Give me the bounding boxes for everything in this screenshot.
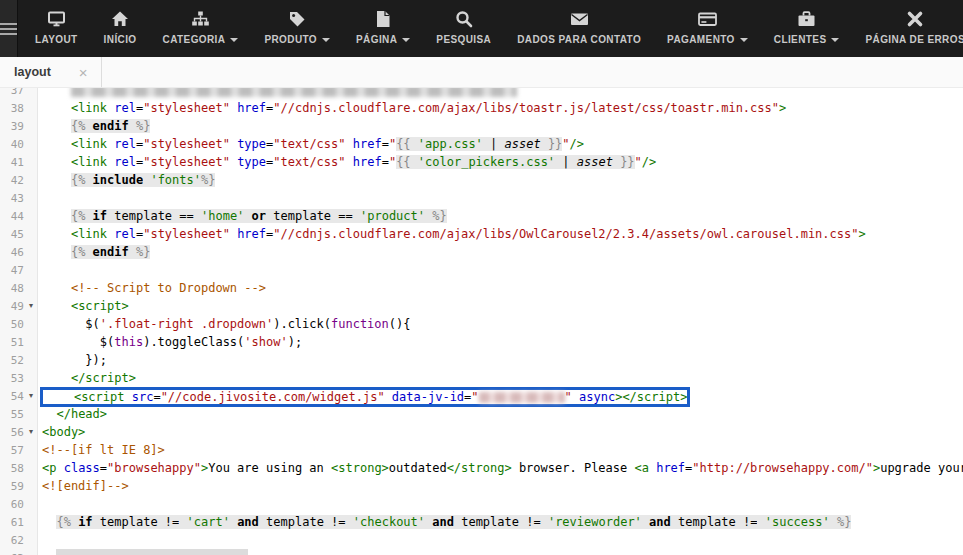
code-line-48[interactable]: 48 <!-- Script to Dropdown -->	[0, 279, 963, 297]
code-line-38[interactable]: 38 <link rel="stylesheet" href="//cdnjs.…	[0, 99, 963, 117]
code-token: <!--[if lt IE 8]>	[42, 443, 165, 457]
line-number: 45	[0, 228, 25, 241]
code-token: "stylesheet"	[143, 101, 230, 115]
code-line-59[interactable]: 59<![endif]-->	[0, 477, 963, 495]
nav-item-pagina-de-erros[interactable]: PÁGINA DE ERROS	[852, 0, 963, 57]
nav-item-pesquisa[interactable]: PESQUISA	[423, 0, 504, 57]
line-number: 63	[0, 552, 25, 555]
code-line-55[interactable]: 55 </head>	[0, 405, 963, 423]
tab-close-icon[interactable]: ×	[79, 65, 88, 80]
code-token	[42, 515, 56, 529]
gutter: 48	[0, 279, 38, 297]
code-line-57[interactable]: 57<!--[if lt IE 8]>	[0, 441, 963, 459]
fold-arrow-icon[interactable]: ▾	[25, 392, 37, 400]
code-token: <strong>	[331, 461, 389, 475]
nav-item-dados-para-contato[interactable]: DADOS PARA CONTATO	[504, 0, 654, 57]
code-line-51[interactable]: 51 $(this).toggleClass('show');	[0, 333, 963, 351]
gutter: 63	[0, 549, 38, 555]
nav-item-layout[interactable]: LAYOUT	[22, 0, 91, 57]
code-token: ==	[179, 209, 193, 223]
gutter: 39	[0, 117, 38, 135]
nav-item-categoria[interactable]: CATEGORIA	[150, 0, 252, 57]
code-token: 'revieworder'	[548, 515, 642, 529]
code-line-50[interactable]: 50 $('.float-right .dropdown').click(fun…	[0, 315, 963, 333]
code-line-61[interactable]: 61 {% if template != 'cart' and template…	[0, 513, 963, 531]
code-text: {% if template == 'home' or template == …	[38, 207, 447, 225]
redacted-text	[479, 392, 565, 403]
code-token: template	[100, 515, 158, 529]
code-token	[42, 281, 71, 295]
tab-layout[interactable]: layout ×	[0, 57, 102, 87]
code-token: !=	[165, 515, 179, 529]
code-token: "browsehappy"	[107, 461, 201, 475]
code-token: (){	[389, 317, 411, 331]
nav-item-produto[interactable]: PRODUTO	[251, 0, 343, 57]
code-token	[42, 101, 71, 115]
code-lines: 37 38 <link rel="stylesheet" href="//cdn…	[0, 88, 963, 555]
code-line-52[interactable]: 52 });	[0, 351, 963, 369]
code-line-37[interactable]: 37	[0, 88, 963, 99]
code-line-56[interactable]: 56▾<body>	[0, 423, 963, 441]
gutter: 43	[0, 189, 38, 207]
line-number: 61	[0, 516, 25, 529]
code-token	[642, 515, 649, 529]
code-line-41[interactable]: 41 <link rel="stylesheet" type="text/css…	[0, 153, 963, 171]
code-line-39[interactable]: 39 {% endif %}	[0, 117, 963, 135]
code-token: <link	[71, 155, 107, 169]
code-line-44[interactable]: 44 {% if template == 'home' or template …	[0, 207, 963, 225]
code-line-40[interactable]: 40 <link rel="stylesheet" type="text/css…	[0, 135, 963, 153]
code-token: {{	[396, 155, 418, 169]
code-line-54[interactable]: 54▾ <script src="//code.jivosite.com/wid…	[0, 387, 963, 405]
code-line-60[interactable]: 60	[0, 495, 963, 513]
code-token: data-jv-id	[392, 390, 464, 404]
code-token: type	[237, 137, 266, 151]
menu-button[interactable]	[0, 0, 18, 57]
code-line-43[interactable]: 43	[0, 189, 963, 207]
code-token: <script>	[71, 299, 129, 313]
code-token: href	[237, 101, 266, 115]
code-token: }}	[541, 137, 563, 151]
code-text: $('.float-right .dropdown').click(functi…	[38, 315, 410, 333]
code-token: {%	[71, 119, 93, 133]
code-line-46[interactable]: 46 {% endif %}	[0, 243, 963, 261]
code-line-53[interactable]: 53 </script>	[0, 369, 963, 387]
envelope-icon	[570, 10, 589, 28]
nav-item-pagina[interactable]: PÁGINA	[343, 0, 423, 57]
line-number: 62	[0, 534, 25, 547]
code-token: <link	[71, 227, 107, 241]
hamburger-icon	[0, 23, 17, 25]
line-number: 42	[0, 174, 25, 187]
code-token: href	[353, 155, 382, 169]
code-token: "text/css"	[273, 137, 345, 151]
code-editor[interactable]: 37 38 <link rel="stylesheet" href="//cdn…	[0, 88, 963, 555]
code-line-49[interactable]: 49▾ <script>	[0, 297, 963, 315]
code-text: });	[38, 351, 107, 369]
code-line-58[interactable]: 58<p class="browsehappy">You are using a…	[0, 459, 963, 477]
code-token	[42, 245, 71, 259]
code-token: "//code.jivosite.com/widget.js"	[161, 390, 385, 404]
code-text: <![endif]-->	[38, 477, 129, 495]
code-token: !=	[743, 515, 757, 529]
code-token	[541, 515, 548, 529]
code-token: <![endif]-->	[42, 479, 129, 493]
code-token	[42, 88, 71, 97]
nav-item-clientes[interactable]: CLIENTES	[761, 0, 853, 57]
code-line-45[interactable]: 45 <link rel="stylesheet" href="//cdnjs.…	[0, 225, 963, 243]
nav-item-inicio[interactable]: INÍCIO	[91, 0, 150, 57]
code-line-62[interactable]: 62	[0, 531, 963, 549]
code-token: endif	[93, 245, 129, 259]
code-token	[346, 515, 353, 529]
nav-item-pagamento[interactable]: PAGAMENTO	[654, 0, 761, 57]
code-text	[38, 531, 42, 549]
code-line-47[interactable]: 47	[0, 261, 963, 279]
code-text	[38, 495, 42, 513]
nav-item-label: PÁGINA DE ERROS	[865, 34, 963, 45]
fold-arrow-icon[interactable]: ▾	[25, 428, 37, 436]
caret-down-icon	[402, 38, 410, 42]
code-token	[346, 137, 353, 151]
code-line-42[interactable]: 42 {% include 'fonts'%}	[0, 171, 963, 189]
code-line-63[interactable]: 63	[0, 549, 963, 555]
code-token: "stylesheet"	[143, 137, 230, 151]
nav-item-label: PESQUISA	[436, 34, 491, 45]
fold-arrow-icon[interactable]: ▾	[25, 302, 37, 310]
